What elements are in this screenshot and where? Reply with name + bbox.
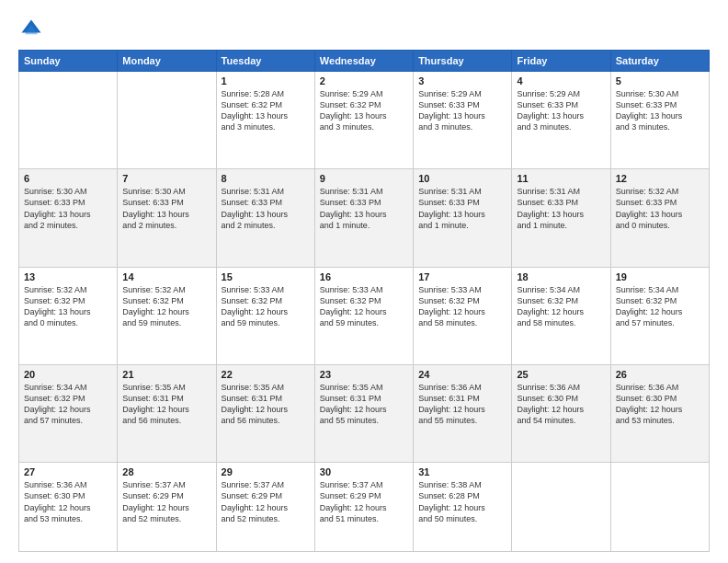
day-number: 11 [517,173,605,184]
calendar-cell: 28Sunrise: 5:37 AM Sunset: 6:29 PM Dayli… [118,463,216,552]
day-number: 28 [122,466,210,477]
day-number: 31 [418,466,506,477]
calendar-cell: 22Sunrise: 5:35 AM Sunset: 6:31 PM Dayli… [216,364,314,462]
cell-detail: Sunrise: 5:29 AM Sunset: 6:32 PM Dayligh… [320,88,408,133]
weekday-header-wednesday: Wednesday [314,51,413,72]
day-number: 1 [222,75,310,86]
calendar-week-row: 20Sunrise: 5:34 AM Sunset: 6:32 PM Dayli… [19,364,710,462]
cell-detail: Sunrise: 5:30 AM Sunset: 6:33 PM Dayligh… [616,88,704,133]
day-number: 27 [24,466,112,477]
day-number: 10 [418,173,506,184]
calendar-cell [610,463,709,552]
cell-detail: Sunrise: 5:28 AM Sunset: 6:32 PM Dayligh… [222,88,310,133]
weekday-header-monday: Monday [118,51,216,72]
cell-detail: Sunrise: 5:36 AM Sunset: 6:31 PM Dayligh… [418,382,506,427]
day-number: 9 [320,173,408,184]
calendar-week-row: 13Sunrise: 5:32 AM Sunset: 6:32 PM Dayli… [19,267,710,364]
cell-detail: Sunrise: 5:37 AM Sunset: 6:29 PM Dayligh… [320,479,408,524]
logo [18,17,48,42]
cell-detail: Sunrise: 5:30 AM Sunset: 6:33 PM Dayligh… [24,186,112,231]
header [18,17,710,42]
calendar-cell: 26Sunrise: 5:36 AM Sunset: 6:30 PM Dayli… [610,364,709,462]
weekday-header-saturday: Saturday [610,51,709,72]
day-number: 6 [24,173,112,184]
day-number: 21 [122,369,210,380]
day-number: 20 [24,369,112,380]
day-number: 4 [517,75,605,86]
calendar-cell: 31Sunrise: 5:38 AM Sunset: 6:28 PM Dayli… [414,463,512,552]
calendar-header-row: SundayMondayTuesdayWednesdayThursdayFrid… [19,51,710,72]
cell-detail: Sunrise: 5:31 AM Sunset: 6:33 PM Dayligh… [517,186,605,231]
day-number: 2 [320,75,408,86]
calendar-cell: 10Sunrise: 5:31 AM Sunset: 6:33 PM Dayli… [414,169,512,267]
cell-detail: Sunrise: 5:36 AM Sunset: 6:30 PM Dayligh… [24,479,112,524]
calendar-cell: 15Sunrise: 5:33 AM Sunset: 6:32 PM Dayli… [216,267,314,364]
day-number: 3 [418,75,506,86]
calendar-cell: 8Sunrise: 5:31 AM Sunset: 6:33 PM Daylig… [216,169,314,267]
calendar-cell: 27Sunrise: 5:36 AM Sunset: 6:30 PM Dayli… [19,463,118,552]
calendar-cell: 5Sunrise: 5:30 AM Sunset: 6:33 PM Daylig… [610,72,709,169]
calendar-week-row: 6Sunrise: 5:30 AM Sunset: 6:33 PM Daylig… [19,169,710,267]
calendar-cell: 11Sunrise: 5:31 AM Sunset: 6:33 PM Dayli… [512,169,610,267]
cell-detail: Sunrise: 5:32 AM Sunset: 6:33 PM Dayligh… [616,186,704,231]
day-number: 8 [222,173,310,184]
calendar-cell: 12Sunrise: 5:32 AM Sunset: 6:33 PM Dayli… [610,169,709,267]
cell-detail: Sunrise: 5:31 AM Sunset: 6:33 PM Dayligh… [320,186,408,231]
day-number: 29 [222,466,310,477]
calendar-cell: 2Sunrise: 5:29 AM Sunset: 6:32 PM Daylig… [314,72,413,169]
calendar-table: SundayMondayTuesdayWednesdayThursdayFrid… [18,50,710,552]
cell-detail: Sunrise: 5:34 AM Sunset: 6:32 PM Dayligh… [517,284,605,329]
cell-detail: Sunrise: 5:34 AM Sunset: 6:32 PM Dayligh… [616,284,704,329]
cell-detail: Sunrise: 5:37 AM Sunset: 6:29 PM Dayligh… [222,479,310,524]
cell-detail: Sunrise: 5:29 AM Sunset: 6:33 PM Dayligh… [517,88,605,133]
day-number: 7 [122,173,210,184]
calendar-week-row: 1Sunrise: 5:28 AM Sunset: 6:32 PM Daylig… [19,72,710,169]
cell-detail: Sunrise: 5:36 AM Sunset: 6:30 PM Dayligh… [517,382,605,427]
cell-detail: Sunrise: 5:31 AM Sunset: 6:33 PM Dayligh… [222,186,310,231]
calendar-cell: 1Sunrise: 5:28 AM Sunset: 6:32 PM Daylig… [216,72,314,169]
calendar-cell: 18Sunrise: 5:34 AM Sunset: 6:32 PM Dayli… [512,267,610,364]
cell-detail: Sunrise: 5:32 AM Sunset: 6:32 PM Dayligh… [122,284,210,329]
cell-detail: Sunrise: 5:34 AM Sunset: 6:32 PM Dayligh… [24,382,112,427]
day-number: 18 [517,271,605,282]
calendar-cell [512,463,610,552]
day-number: 5 [616,75,704,86]
calendar-cell: 3Sunrise: 5:29 AM Sunset: 6:33 PM Daylig… [414,72,512,169]
calendar-cell: 13Sunrise: 5:32 AM Sunset: 6:32 PM Dayli… [19,267,118,364]
weekday-header-sunday: Sunday [19,51,118,72]
day-number: 15 [222,271,310,282]
cell-detail: Sunrise: 5:29 AM Sunset: 6:33 PM Dayligh… [418,88,506,133]
day-number: 30 [320,466,408,477]
cell-detail: Sunrise: 5:36 AM Sunset: 6:30 PM Dayligh… [616,382,704,427]
calendar-cell: 21Sunrise: 5:35 AM Sunset: 6:31 PM Dayli… [118,364,216,462]
calendar-cell: 4Sunrise: 5:29 AM Sunset: 6:33 PM Daylig… [512,72,610,169]
cell-detail: Sunrise: 5:33 AM Sunset: 6:32 PM Dayligh… [418,284,506,329]
calendar-cell: 17Sunrise: 5:33 AM Sunset: 6:32 PM Dayli… [414,267,512,364]
day-number: 16 [320,271,408,282]
day-number: 17 [418,271,506,282]
calendar-cell: 7Sunrise: 5:30 AM Sunset: 6:33 PM Daylig… [118,169,216,267]
day-number: 13 [24,271,112,282]
day-number: 22 [222,369,310,380]
cell-detail: Sunrise: 5:35 AM Sunset: 6:31 PM Dayligh… [320,382,408,427]
cell-detail: Sunrise: 5:30 AM Sunset: 6:33 PM Dayligh… [122,186,210,231]
cell-detail: Sunrise: 5:35 AM Sunset: 6:31 PM Dayligh… [122,382,210,427]
cell-detail: Sunrise: 5:38 AM Sunset: 6:28 PM Dayligh… [418,479,506,524]
calendar-cell: 30Sunrise: 5:37 AM Sunset: 6:29 PM Dayli… [314,463,413,552]
cell-detail: Sunrise: 5:33 AM Sunset: 6:32 PM Dayligh… [320,284,408,329]
weekday-header-thursday: Thursday [414,51,512,72]
cell-detail: Sunrise: 5:37 AM Sunset: 6:29 PM Dayligh… [122,479,210,524]
calendar-cell: 23Sunrise: 5:35 AM Sunset: 6:31 PM Dayli… [314,364,413,462]
calendar-cell: 14Sunrise: 5:32 AM Sunset: 6:32 PM Dayli… [118,267,216,364]
cell-detail: Sunrise: 5:32 AM Sunset: 6:32 PM Dayligh… [24,284,112,329]
page: SundayMondayTuesdayWednesdayThursdayFrid… [0,0,728,563]
calendar-cell [118,72,216,169]
day-number: 25 [517,369,605,380]
cell-detail: Sunrise: 5:31 AM Sunset: 6:33 PM Dayligh… [418,186,506,231]
day-number: 12 [616,173,704,184]
calendar-cell: 25Sunrise: 5:36 AM Sunset: 6:30 PM Dayli… [512,364,610,462]
cell-detail: Sunrise: 5:35 AM Sunset: 6:31 PM Dayligh… [222,382,310,427]
day-number: 23 [320,369,408,380]
day-number: 14 [122,271,210,282]
calendar-cell: 16Sunrise: 5:33 AM Sunset: 6:32 PM Dayli… [314,267,413,364]
